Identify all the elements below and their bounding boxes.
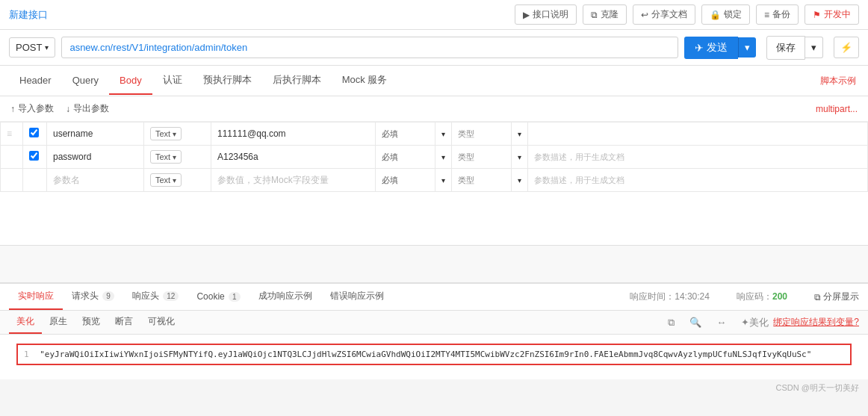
tab-pre-script[interactable]: 预执行脚本 (193, 66, 262, 96)
required-badge: 必填 (382, 129, 398, 138)
param-desc-cell[interactable]: 参数描述，用于生成文档 (528, 146, 868, 169)
param-type-label-cell: 类型 (452, 169, 512, 192)
watermark: CSDN @明天一切美好 (0, 379, 868, 397)
response-tab-success-example[interactable]: 成功响应示例 (249, 284, 321, 310)
response-sub-tabs: 美化 原生 预览 断言 可视化 ⧉ 🔍 ↔ ✦美化 绑定响应结果到变量? (0, 311, 868, 335)
split-display-button[interactable]: ⧉ 分屏显示 (814, 291, 859, 303)
response-tab-error-example[interactable]: 错误响应示例 (321, 284, 393, 310)
param-value-cell[interactable]: A123456a (211, 146, 376, 169)
response-tab-cookie[interactable]: Cookie 1 (187, 285, 249, 309)
sub-tab-raw[interactable]: 原生 (42, 311, 75, 334)
beautify-icon[interactable]: ✦美化 (737, 313, 773, 332)
dev-button[interactable]: ⚑ 开发中 (805, 4, 859, 25)
backup-button[interactable]: ≡ 备份 (756, 4, 799, 25)
send-button[interactable]: ✈ 发送 (684, 37, 738, 59)
param-type-label-cell: 类型 (452, 122, 512, 146)
param-value: 111111@qq.com (217, 128, 286, 139)
request-tabs-row: Header Query Body 认证 预执行脚本 后执行脚本 Mock 服务… (0, 66, 868, 96)
body-spacer (0, 246, 868, 283)
search-icon[interactable]: 🔍 (685, 314, 706, 331)
param-name-cell[interactable]: 参数名 (47, 169, 144, 192)
param-desc-cell[interactable] (528, 122, 868, 146)
request-headers-badge: 9 (102, 291, 114, 301)
param-name-cell[interactable]: password (47, 146, 144, 169)
export-params-button[interactable]: ↓ 导出参数 (66, 102, 109, 115)
sub-tab-visualize[interactable]: 可视化 (140, 311, 182, 334)
bind-variable-link[interactable]: 绑定响应结果到变量? (773, 316, 859, 329)
param-value: A123456a (217, 152, 258, 162)
backup-icon: ≡ (764, 10, 769, 20)
tab-auth[interactable]: 认证 (152, 66, 193, 96)
param-type-label-chevron-cell[interactable]: ▾ (512, 122, 528, 146)
param-type-label-chevron-cell[interactable]: ▾ (512, 146, 528, 169)
type-badge[interactable]: Text ▾ (150, 127, 182, 140)
response-tab-response-headers[interactable]: 响应头 12 (123, 284, 187, 310)
param-type-cell[interactable]: Text ▾ (144, 146, 211, 169)
required-chevron-icon: ▾ (441, 153, 445, 161)
param-value-cell[interactable]: 111111@qq.com (211, 122, 376, 146)
drag-handle-icon[interactable]: ≡ (7, 128, 12, 139)
sub-tab-beautify[interactable]: 美化 (9, 311, 42, 334)
import-params-button[interactable]: ↑ 导入参数 (10, 102, 54, 115)
sub-tab-preview[interactable]: 预览 (75, 311, 108, 334)
request-tabs-left: Header Query Body 认证 预执行脚本 后执行脚本 Mock 服务 (9, 66, 397, 96)
checkbox-cell (23, 169, 47, 192)
tab-post-script[interactable]: 后执行脚本 (262, 66, 332, 96)
method-selector[interactable]: POST ▾ (9, 37, 55, 58)
doc-button[interactable]: ▶ 接口说明 (515, 4, 577, 25)
flash-button[interactable]: ⚡ (834, 37, 859, 58)
param-desc: 参数描述，用于生成文档 (534, 152, 624, 161)
param-desc-cell[interactable]: 参数描述，用于生成文档 (528, 169, 868, 192)
checkbox-cell[interactable] (23, 122, 47, 146)
type-badge[interactable]: Text ▾ (150, 173, 182, 187)
response-tabs-row: 实时响应 请求头 9 响应头 12 Cookie 1 成功响应示例 错误响应示例… (0, 284, 868, 311)
method-chevron: ▾ (45, 43, 49, 52)
response-json-highlighted: 1 "eyJraWQiOiIxIiwiYWxnIjoiSFMyNTYifQ.ey… (16, 344, 852, 365)
save-dropdown-button[interactable]: ▾ (805, 37, 823, 58)
response-code-label: 响应码：200 (737, 291, 787, 303)
method-label: POST (16, 42, 42, 53)
param-type-label-chevron-cell[interactable]: ▾ (512, 169, 528, 192)
response-tabs-right: 响应时间：14:30:24 响应码：200 ⧉ 分屏显示 (630, 291, 859, 303)
flag-icon: ⚑ (813, 10, 821, 20)
param-required-chevron-cell[interactable]: ▾ (435, 169, 452, 192)
clone-button[interactable]: ⧉ 克隆 (583, 4, 627, 25)
response-code-value: 200 (772, 291, 787, 302)
type-badge[interactable]: Text ▾ (150, 150, 182, 164)
param-required-chevron-cell[interactable]: ▾ (435, 146, 452, 169)
sub-tab-icon-group: ⧉ 🔍 ↔ ✦美化 (663, 313, 773, 332)
param-required-chevron-cell[interactable]: ▾ (435, 122, 452, 146)
param-value-cell[interactable]: 参数值，支持Mock字段变量 (211, 169, 376, 192)
sub-tab-assert[interactable]: 断言 (108, 311, 140, 334)
response-tab-realtime[interactable]: 实时响应 (9, 284, 63, 310)
send-dropdown-button[interactable]: ▾ (738, 37, 756, 58)
send-dropdown-icon: ▾ (745, 42, 750, 53)
param-type-cell[interactable]: Text ▾ (144, 169, 211, 192)
save-button[interactable]: 保存 (766, 36, 805, 60)
tab-query[interactable]: Query (62, 67, 109, 95)
url-input[interactable] (61, 37, 678, 58)
param-checkbox[interactable] (29, 151, 39, 161)
top-bar: 新建接口 ▶ 接口说明 ⧉ 克隆 ↩ 分享文档 🔒 锁定 ≡ 备份 ⚑ 开发中 (0, 0, 868, 30)
lock-button[interactable]: 🔒 锁定 (701, 4, 750, 25)
tab-header[interactable]: Header (9, 67, 62, 95)
param-type-cell[interactable]: Text ▾ (144, 122, 211, 146)
tab-mock[interactable]: Mock 服务 (332, 66, 398, 96)
response-tab-request-headers[interactable]: 请求头 9 (63, 284, 123, 310)
tab-body[interactable]: Body (109, 67, 152, 95)
required-chevron-icon: ▾ (441, 130, 445, 138)
param-name-placeholder: 参数名 (53, 175, 80, 185)
response-headers-badge: 12 (163, 291, 179, 301)
copy-icon[interactable]: ⧉ (663, 314, 679, 332)
script-example-link[interactable]: 脚本示例 (820, 75, 859, 87)
param-name-cell[interactable]: username (47, 122, 144, 146)
top-bar-left: 新建接口 (9, 8, 48, 22)
type-chevron: ▾ (173, 176, 176, 184)
new-tab-button[interactable]: 新建接口 (9, 8, 48, 22)
checkbox-cell[interactable] (23, 146, 47, 169)
param-checkbox[interactable] (29, 128, 39, 137)
format-icon[interactable]: ↔ (712, 314, 731, 331)
share-button[interactable]: ↩ 分享文档 (633, 4, 695, 25)
required-badge: 必填 (382, 176, 398, 184)
share-icon: ↩ (641, 10, 648, 20)
